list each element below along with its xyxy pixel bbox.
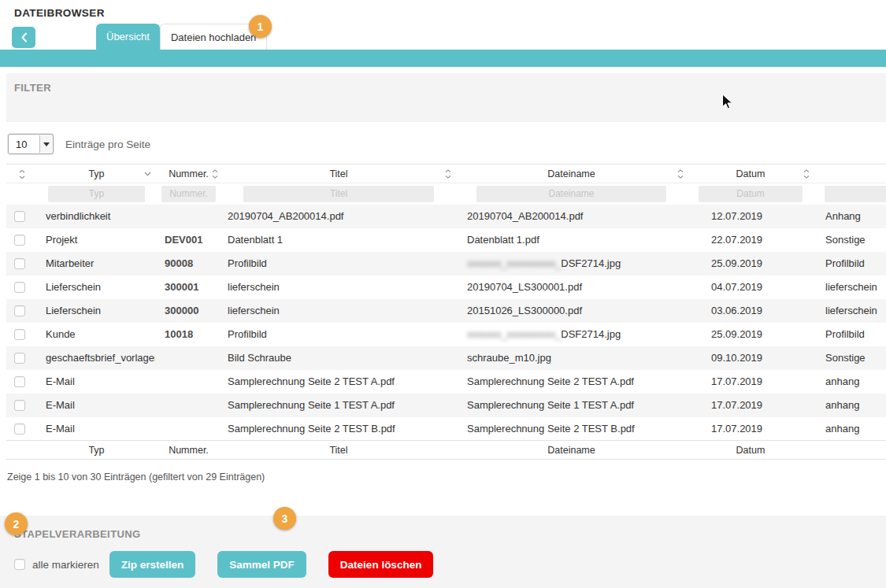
row-checkbox[interactable] [14,329,25,340]
table-row[interactable]: E-Mail Samplerechnung Seite 1 TEST A.pdf… [6,394,886,417]
filter-panel: FILTER [6,73,886,122]
cell-kategorie: lieferschein [814,299,886,323]
row-checkbox[interactable] [14,282,25,293]
row-checkbox[interactable] [14,211,25,222]
cell-dateiname: schraube_m10.jpg [455,346,688,370]
table-body: verbindlichkeit 20190704_AB200014.pdf 20… [6,205,886,441]
page-size-select[interactable]: 10 [8,134,54,154]
zip-erstellen-button[interactable]: Zip erstellen [109,551,196,578]
cell-titel: Profilbild [222,252,455,276]
header-dateiname[interactable]: Dateiname [455,165,688,183]
cell-dateiname: Samplerechnung Seite 2 TEST B.pdf [455,417,688,441]
sort-both-icon [19,169,25,179]
cell-titel: 20190704_AB200014.pdf [222,205,455,228]
cell-dateiname: 20190704_LS300001.pdf [455,276,688,299]
table-row[interactable]: Lieferschein 300000 lieferschein 2015102… [6,299,886,323]
cell-titel: Datenblatt 1 [222,228,455,252]
cell-kategorie: anhang [814,370,886,394]
row-checkbox[interactable] [14,305,25,316]
cell-datum: 25.09.2019 [688,323,814,346]
cell-kategorie: Sonstige [814,228,886,252]
row-checkbox[interactable] [14,235,25,246]
header-datum-label: Datum [736,168,766,179]
cell-datum: 04.07.2019 [688,276,814,299]
filter-input-nummer[interactable] [161,186,217,202]
filter-input-datum[interactable] [699,186,802,202]
cell-typ: E-Mail [38,370,155,394]
annotation-badge-2: 2 [5,512,28,535]
cell-nummer [155,370,222,394]
cell-nummer [155,205,222,228]
footer-nummer: Nummer. [155,441,222,460]
cell-datum: 17.07.2019 [688,394,814,417]
table-header-row: Typ Nummer. Titel Dateiname Datum [6,165,886,183]
header-titel[interactable]: Titel [222,165,455,183]
table-filter-row [6,183,886,205]
cell-nummer: 90008 [155,252,222,276]
row-checkbox[interactable] [14,258,25,269]
annotation-badge-1: 1 [249,15,272,38]
page-title: DATEIBROWSER [0,0,886,24]
table-row[interactable]: E-Mail Samplerechnung Seite 2 TEST A.pdf… [6,370,886,394]
cell-datum: 17.07.2019 [688,417,814,441]
cell-typ: Mitarbeiter [38,252,155,276]
cell-titel: Profilbild [222,323,455,346]
header-typ[interactable]: Typ [38,165,155,183]
row-checkbox[interactable] [14,376,25,387]
back-button[interactable] [12,27,35,48]
row-checkbox[interactable] [14,353,25,364]
table-row[interactable]: verbindlichkeit 20190704_AB200014.pdf 20… [6,205,886,228]
dateien-loeschen-button[interactable]: Dateien löschen [328,551,434,578]
filter-input-titel[interactable] [243,186,435,202]
filter-heading: FILTER [6,73,886,94]
header-datum[interactable]: Datum [688,165,814,183]
cell-datum: 09.10.2019 [688,346,814,370]
filter-input-kategorie[interactable] [825,186,886,202]
table-row[interactable]: geschaeftsbrief_vorlagen Bild Schraube s… [6,346,886,370]
tab-uebersicht[interactable]: Übersicht [96,24,160,50]
header-dateiname-label: Dateiname [547,168,595,179]
cell-nummer [155,346,222,370]
cell-titel: Samplerechnung Seite 1 TEST A.pdf [222,394,455,417]
row-checkbox[interactable] [14,423,25,435]
cell-datum: 25.09.2019 [688,252,814,276]
select-all[interactable]: alle markieren [14,559,99,571]
cell-dateiname: Datenblatt 1.pdf [455,228,688,252]
cell-datum: 22.07.2019 [688,228,814,252]
footer-cell-empty [6,441,38,460]
header-titel-label: Titel [329,168,347,179]
cell-kategorie: Profilbild [814,252,886,276]
cell-titel: lieferschein [222,276,455,299]
results-summary: Zeige 1 bis 10 von 30 Einträgen (gefilte… [7,472,886,483]
select-all-checkbox[interactable] [14,559,25,570]
table-row[interactable]: Mitarbeiter 90008 Profilbild xxxxxxx_xxx… [6,252,886,276]
cell-dateiname: Samplerechnung Seite 1 TEST A.pdf [455,394,688,417]
table-row[interactable]: Projekt DEV001 Datenblatt 1 Datenblatt 1… [6,228,886,252]
cell-dateiname: xxxxxxx_xxxxxxxxxx_DSF2714.jpg [455,323,688,346]
sammel-pdf-button[interactable]: Sammel PDF [217,551,306,578]
tab-bar: Übersicht Dateien hochladen [0,24,886,50]
cell-typ: E-Mail [38,417,155,441]
filter-input-typ[interactable] [48,186,144,202]
row-checkbox[interactable] [14,400,25,411]
filter-input-dateiname[interactable] [476,186,667,202]
cell-kategorie: anhang [814,417,886,441]
footer-cell-empty [814,441,886,460]
cell-dateiname: 20151026_LS300000.pdf [455,299,688,323]
sort-desc-icon [144,172,151,176]
table-row[interactable]: Lieferschein 300001 lieferschein 2019070… [6,276,886,299]
redacted-text: xxxxxxx_xxxxxxxxxx_ [467,328,561,340]
header-typ-label: Typ [88,168,104,179]
header-select-column[interactable] [6,165,38,183]
page-size-value: 10 [16,139,27,150]
header-nummer-label: Nummer. [169,168,209,179]
cell-dateiname: Samplerechnung Seite 2 TEST A.pdf [455,370,688,394]
cell-typ: verbindlichkeit [38,205,155,228]
table-row[interactable]: Kunde 10018 Profilbild xxxxxxx_xxxxxxxxx… [6,323,886,346]
batch-panel: STAPELVERARBEITUNG alle markieren Zip er… [0,516,886,588]
header-kategorie[interactable] [814,165,886,183]
header-nummer[interactable]: Nummer. [155,165,222,183]
cell-typ: Lieferschein [38,299,155,323]
table-row[interactable]: E-Mail Samplerechnung Seite 2 TEST B.pdf… [6,417,886,441]
cell-dateiname: xxxxxxx_xxxxxxxxxx_DSF2714.jpg [455,252,688,276]
